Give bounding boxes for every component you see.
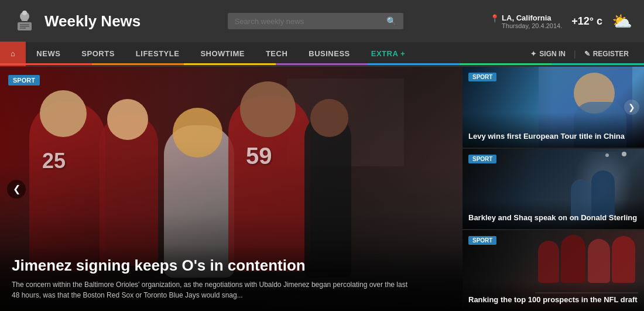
logo-area: Weekly News xyxy=(12,8,141,34)
sidebar-item-3-badge: SPORT xyxy=(468,236,496,245)
sidebar-item-3-title: Ranking the top 100 prospects in the NFL… xyxy=(468,295,638,305)
featured-title: Jimenez signing keeps O's in contention xyxy=(12,257,451,275)
sidebar-item-3[interactable]: SPORT Ranking the top 100 prospects in t… xyxy=(463,230,644,311)
svg-point-5 xyxy=(22,11,27,15)
nav-item-tech[interactable]: TECH xyxy=(255,42,298,66)
site-title: Weekly News xyxy=(44,12,141,30)
nav-item-news[interactable]: NEWS xyxy=(26,42,71,66)
sign-in-label: SIGN IN xyxy=(539,50,566,58)
featured-sport-badge: SPORT xyxy=(8,75,40,86)
nav-left: ⌂ NEWS SPORTS LIFESTYLE SHOWTIME TECH BU… xyxy=(0,42,525,66)
sign-in-button[interactable]: ✦ SIGN IN xyxy=(525,50,571,58)
nav-item-lifestyle[interactable]: LIFESTYLE xyxy=(125,42,190,66)
header: Weekly News 🔍 📍 LA, California Thursday,… xyxy=(0,0,644,42)
sidebar-item-1-title: Levy wins first European Tour title in C… xyxy=(468,132,638,142)
sidebar: SPORT Levy wins first European Tour titl… xyxy=(463,67,644,311)
pencil-icon: ✎ xyxy=(584,50,590,58)
search-area: 🔍 xyxy=(141,13,490,29)
nav-divider: | xyxy=(574,49,576,59)
location-name: LA, California xyxy=(502,13,562,22)
featured-overlay: Jimenez signing keeps O's in contention … xyxy=(0,245,463,311)
search-bar: 🔍 xyxy=(228,13,403,29)
sidebar-item-1-next-icon[interactable]: ❯ xyxy=(624,100,639,115)
nav-item-showtime[interactable]: SHOWTIME xyxy=(190,42,255,66)
sidebar-item-1-badge: SPORT xyxy=(468,73,496,81)
gear-icon: ✦ xyxy=(530,50,536,58)
temperature-display: +12° c xyxy=(571,15,602,28)
location-pin-icon: 📍 xyxy=(490,14,499,23)
logo-icon xyxy=(12,8,37,34)
content-area: 25 59 SPORT ❮ Jimenez signing keeps O's … xyxy=(0,67,644,311)
register-label: REGISTER xyxy=(593,50,629,58)
featured-excerpt: The concern within the Baltimore Orioles… xyxy=(12,279,410,300)
sidebar-item-1[interactable]: SPORT Levy wins first European Tour titl… xyxy=(463,67,644,148)
sidebar-item-2-badge: SPORT xyxy=(468,155,496,163)
location-text: LA, California Thursday, 20.4.2014. xyxy=(502,13,562,29)
register-button[interactable]: ✎ REGISTER xyxy=(578,50,635,58)
nav-item-sports[interactable]: SPORTS xyxy=(71,42,125,66)
search-input[interactable] xyxy=(235,17,386,26)
location-date: Thursday, 20.4.2014. xyxy=(502,22,562,29)
nav-right: ✦ SIGN IN | ✎ REGISTER xyxy=(525,49,644,59)
sidebar-item-2-title: Barkley and Shaq speak on on Donald Ster… xyxy=(468,213,638,223)
weather-area: 📍 LA, California Thursday, 20.4.2014. +1… xyxy=(490,12,632,31)
main-featured[interactable]: 25 59 SPORT ❮ Jimenez signing keeps O's … xyxy=(0,67,463,311)
search-icon[interactable]: 🔍 xyxy=(386,16,396,26)
carousel-prev-button[interactable]: ❮ xyxy=(7,180,26,199)
location-info: 📍 LA, California Thursday, 20.4.2014. xyxy=(490,13,562,29)
weather-icon: ⛅ xyxy=(612,12,632,31)
nav-item-business[interactable]: BUSINESS xyxy=(298,42,360,66)
nav-item-home[interactable]: ⌂ xyxy=(0,42,26,66)
nav-item-extra[interactable]: EXTRA + xyxy=(361,42,416,66)
sidebar-item-2[interactable]: SPORT Barkley and Shaq speak on on Donal… xyxy=(463,149,644,230)
main-nav: ⌂ NEWS SPORTS LIFESTYLE SHOWTIME TECH BU… xyxy=(0,42,644,67)
